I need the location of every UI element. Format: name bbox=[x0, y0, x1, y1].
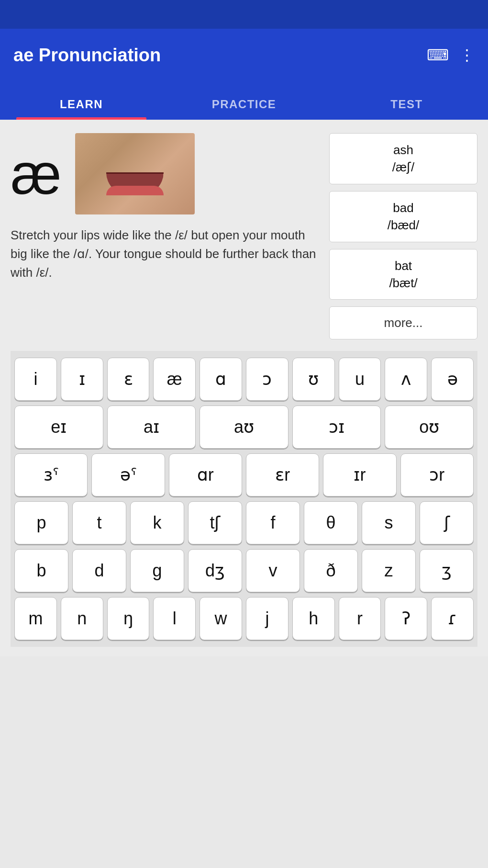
key-u[interactable]: u bbox=[339, 358, 381, 401]
word-button-ash[interactable]: ash /æʃ/ bbox=[329, 133, 477, 184]
more-button[interactable]: more... bbox=[329, 306, 477, 339]
kb-row-3: ɜˤ əˤ ɑr ɛr ɪr ɔr bbox=[14, 453, 474, 496]
key-h[interactable]: h bbox=[292, 597, 335, 640]
key-or[interactable]: ɔr bbox=[400, 453, 474, 496]
key-eth[interactable]: ð bbox=[304, 549, 358, 592]
right-panel: ash /æʃ/ bad /bæd/ bat /bæt/ more... bbox=[329, 133, 477, 339]
key-j[interactable]: j bbox=[246, 597, 288, 640]
key-er-stressed[interactable]: ɜˤ bbox=[14, 453, 88, 496]
key-d[interactable]: d bbox=[72, 549, 126, 592]
key-b[interactable]: b bbox=[14, 549, 68, 592]
key-upsilon[interactable]: ʊ bbox=[292, 358, 335, 401]
key-p[interactable]: p bbox=[14, 501, 68, 544]
mouth-image bbox=[75, 133, 195, 214]
key-w[interactable]: w bbox=[200, 597, 242, 640]
kb-row-5: b d g dʒ v ð z ʒ bbox=[14, 549, 474, 592]
key-f[interactable]: f bbox=[246, 501, 300, 544]
key-eng[interactable]: ŋ bbox=[107, 597, 150, 640]
key-r[interactable]: r bbox=[339, 597, 381, 640]
key-m[interactable]: m bbox=[14, 597, 57, 640]
key-t[interactable]: t bbox=[72, 501, 126, 544]
tab-learn[interactable]: LEARN bbox=[0, 98, 163, 120]
tab-bar: LEARN PRACTICE TEST bbox=[0, 81, 488, 120]
key-ae[interactable]: æ bbox=[153, 358, 196, 401]
key-schwa[interactable]: ə bbox=[431, 358, 474, 401]
description-text: Stretch your lips wide like the /ε/ but … bbox=[11, 226, 320, 282]
left-panel: æ Stretch your lips wide like the /ε/ bu… bbox=[11, 133, 320, 339]
keyboard-icon[interactable]: ⌨ bbox=[427, 46, 449, 64]
key-oi[interactable]: ɔɪ bbox=[292, 406, 381, 449]
key-alpha[interactable]: ɑ bbox=[200, 358, 242, 401]
key-s[interactable]: s bbox=[362, 501, 416, 544]
key-glottal-stop[interactable]: ʔ bbox=[385, 597, 427, 640]
key-ai[interactable]: aɪ bbox=[107, 406, 196, 449]
key-g[interactable]: g bbox=[130, 549, 184, 592]
key-ei[interactable]: eɪ bbox=[14, 406, 103, 449]
word-button-bat[interactable]: bat /bæt/ bbox=[329, 249, 477, 300]
key-au[interactable]: aʊ bbox=[200, 406, 288, 449]
tab-practice[interactable]: PRACTICE bbox=[163, 98, 325, 120]
key-k[interactable]: k bbox=[130, 501, 184, 544]
phoneme-symbol[interactable]: æ bbox=[11, 145, 62, 203]
key-tsh[interactable]: tʃ bbox=[188, 501, 242, 544]
key-z[interactable]: z bbox=[362, 549, 416, 592]
key-v[interactable]: v bbox=[246, 549, 300, 592]
key-wedge[interactable]: ʌ bbox=[385, 358, 427, 401]
key-open-o[interactable]: ɔ bbox=[246, 358, 288, 401]
key-zh[interactable]: ʒ bbox=[420, 549, 474, 592]
key-ir[interactable]: ɪr bbox=[323, 453, 396, 496]
key-air[interactable]: ɛr bbox=[246, 453, 319, 496]
key-dzh[interactable]: dʒ bbox=[188, 549, 242, 592]
key-flap[interactable]: ɾ bbox=[431, 597, 474, 640]
kb-row-2: eɪ aɪ aʊ ɔɪ oʊ bbox=[14, 406, 474, 449]
app-bar: ae Pronunciation ⌨ ⋮ bbox=[0, 29, 488, 81]
key-epsilon[interactable]: ɛ bbox=[107, 358, 150, 401]
key-i[interactable]: i bbox=[14, 358, 57, 401]
key-sh[interactable]: ʃ bbox=[420, 501, 474, 544]
key-ar[interactable]: ɑr bbox=[169, 453, 242, 496]
key-ou[interactable]: oʊ bbox=[385, 406, 474, 449]
more-vert-icon[interactable]: ⋮ bbox=[459, 46, 475, 64]
kb-row-4: p t k tʃ f θ s ʃ bbox=[14, 501, 474, 544]
key-theta[interactable]: θ bbox=[304, 501, 358, 544]
key-er-unstressed[interactable]: əˤ bbox=[91, 453, 165, 496]
ipa-keyboard: i ɪ ɛ æ ɑ ɔ ʊ u ʌ ə eɪ aɪ aʊ ɔɪ oʊ ɜˤ əˤ… bbox=[11, 351, 477, 647]
main-content: æ Stretch your lips wide like the /ε/ bu… bbox=[0, 120, 488, 656]
kb-row-1: i ɪ ɛ æ ɑ ɔ ʊ u ʌ ə bbox=[14, 358, 474, 401]
app-title: ae Pronunciation bbox=[13, 45, 161, 66]
kb-row-6: m n ŋ l w j h r ʔ ɾ bbox=[14, 597, 474, 640]
symbol-row: æ bbox=[11, 133, 195, 214]
tab-test[interactable]: TEST bbox=[325, 98, 488, 120]
word-button-bad[interactable]: bad /bæd/ bbox=[329, 191, 477, 242]
key-small-cap-i[interactable]: ɪ bbox=[61, 358, 103, 401]
key-n[interactable]: n bbox=[61, 597, 103, 640]
top-section: æ Stretch your lips wide like the /ε/ bu… bbox=[11, 133, 477, 339]
app-bar-icons: ⌨ ⋮ bbox=[427, 46, 475, 64]
status-bar bbox=[0, 0, 488, 29]
key-l[interactable]: l bbox=[153, 597, 196, 640]
